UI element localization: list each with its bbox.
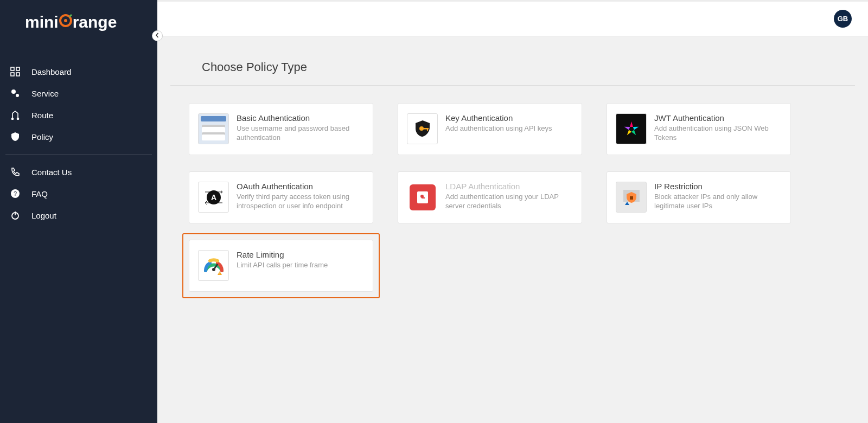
svg-point-10 [17,118,19,120]
svg-point-9 [12,118,14,120]
rate-limiting-icon: ! [198,250,229,281]
nav-item-label: Dashboard [31,67,71,76]
oauth-icon: A [198,182,229,213]
dashboard-icon [10,66,21,77]
nav-service[interactable]: Service [0,82,157,104]
route-icon [10,110,21,120]
svg-rect-6 [16,73,20,76]
power-icon [10,210,21,221]
policy-card-title: Basic Authentication [237,113,364,123]
policy-card-title: JWT Authentication [654,113,782,123]
question-circle-icon: ? [10,188,21,199]
nav-item-label: FAQ [31,189,48,198]
main-area: GB Choose Policy Type Basic Authenticati… [157,0,868,423]
policy-card-ip-restriction[interactable]: IP Restriction Block attacker IPs and on… [607,171,791,223]
policy-card-desc: Add authentication using API keys [445,124,552,133]
ldap-icon [410,184,436,210]
policy-card-wrap: A OAuth Authentication Verify third part… [189,171,373,223]
svg-point-8 [16,94,19,97]
nav-item-label: Route [31,111,53,120]
user-avatar[interactable]: GB [834,10,852,28]
policy-card-wrap-highlighted: ! Rate Limiting Limit API calls per time… [182,233,380,298]
policy-card-title: Key Authentication [445,113,552,123]
nav-faq[interactable]: ? FAQ [0,183,157,204]
phone-icon [10,166,21,177]
policy-card-wrap: Key Authentication Add authentication us… [398,103,582,155]
content: Choose Policy Type Basic Authentication … [157,36,868,316]
policy-card-oauth[interactable]: A OAuth Authentication Verify third part… [189,171,373,223]
policy-card-wrap: Basic Authentication Use username and pa… [189,103,373,155]
svg-point-7 [11,89,16,94]
nav-item-label: Logout [31,211,56,220]
policy-card-desc: Use username and password based authenti… [237,124,364,143]
nav-item-label: Policy [31,132,53,142]
policy-card-desc: Block attacker IPs and only allow legiti… [654,193,782,211]
policy-card-title: OAuth Authentication [237,182,364,191]
user-initials: GB [838,15,848,23]
policy-card-grid: Basic Authentication Use username and pa… [189,103,837,292]
policy-card-desc: Add authentication using your LDAP serve… [445,193,573,211]
nav-dashboard[interactable]: Dashboard [0,61,157,82]
sidebar-collapse-button[interactable] [152,30,163,41]
nav-policy[interactable]: Policy [0,126,157,148]
nav-divider [5,154,152,155]
key-auth-icon [407,113,438,144]
policy-card-title: IP Restriction [654,182,782,191]
policy-card-wrap: LDAP Authentication Add authentication u… [398,171,582,223]
nav-route[interactable]: Route [0,104,157,126]
page-title: Choose Policy Type [202,60,837,85]
svg-rect-17 [427,128,428,131]
nav-contact-us[interactable]: Contact Us [0,161,157,183]
ip-restriction-icon [616,182,647,213]
svg-rect-24 [630,196,633,200]
brand-text-pre: mini [25,13,59,31]
policy-card-title: Rate Limiting [237,250,328,259]
svg-text:?: ? [14,190,17,197]
nav-logout[interactable]: Logout [0,204,157,226]
policy-card-wrap: JWT Authentication Add authentication us… [607,103,791,155]
title-divider [170,85,855,86]
policy-card-wrap: IP Restriction Block attacker IPs and on… [607,171,791,223]
policy-card-jwt-auth[interactable]: JWT Authentication Add authentication us… [607,103,791,155]
policy-card-basic-auth[interactable]: Basic Authentication Use username and pa… [189,103,373,155]
policy-card-ldap[interactable]: LDAP Authentication Add authentication u… [398,171,582,223]
sidebar: mini range Dashboard Service Route [0,0,157,423]
topbar: GB [157,0,868,36]
policy-card-desc: Verify third party access token using in… [237,193,364,211]
policy-card-key-auth[interactable]: Key Authentication Add authentication us… [398,103,582,155]
policy-card-desc: Add authentication using JSON Web Tokens [654,124,782,143]
shield-icon [10,131,21,142]
svg-line-2 [69,15,72,17]
policy-card-rate-limiting[interactable]: ! Rate Limiting Limit API calls per time… [189,240,373,292]
svg-point-1 [64,19,67,22]
svg-rect-5 [11,73,14,76]
chevron-left-icon [155,32,160,40]
policy-card-desc: Limit API calls per time frame [237,261,328,270]
basic-auth-icon [198,113,229,144]
jwt-auth-icon [616,113,647,144]
svg-text:A: A [210,193,216,202]
svg-point-15 [419,126,424,131]
nav-item-label: Contact Us [31,168,72,177]
svg-rect-4 [16,67,20,70]
nav-item-label: Service [31,89,59,98]
brand-orange-o-icon [59,13,73,31]
brand-logo: mini range [0,0,157,44]
primary-nav: Dashboard Service Route Policy Contac [0,44,157,226]
brand-text-post: range [73,13,117,31]
svg-rect-22 [422,197,425,198]
policy-card-title: LDAP Authentication [445,182,573,191]
svg-rect-3 [11,67,14,70]
gears-icon [10,88,21,99]
ldap-icon-wrap [407,182,438,213]
